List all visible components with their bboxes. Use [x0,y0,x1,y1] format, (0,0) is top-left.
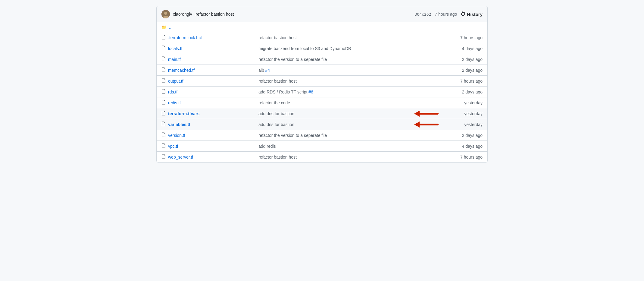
commit-message: alb #4 [252,68,446,73]
parent-dir-link[interactable]: .. [169,25,171,30]
svg-marker-4 [414,122,420,128]
history-button[interactable]: ⏱ History [461,11,483,17]
commit-message: add redis [252,144,446,149]
commit-meta-right: 304c262 7 hours ago ⏱ History [415,11,483,17]
table-row: redis.tfrefactor the codeyesterday [157,97,487,108]
file-icon [161,132,166,138]
file-icon [161,100,166,106]
parent-dir-icon: 📁 [161,25,167,30]
table-row: vpc.tfadd redis4 days ago [157,141,487,152]
commit-message: refactor bastion host [252,79,446,84]
file-time: 4 days ago [446,144,483,149]
svg-marker-3 [414,111,420,117]
file-time: 7 hours ago [446,79,483,84]
commit-hash: 304c262 [415,12,431,17]
commit-message: refactor bastion host [252,155,446,159]
table-row: .terraform.lock.hclrefactor bastion host… [157,32,487,43]
file-name[interactable]: version.tf [168,133,252,138]
commit-header: xiaoronglv refactor bastion host 304c262… [157,6,487,22]
history-label: History [467,12,483,17]
commit-link[interactable]: #4 [265,68,270,73]
avatar [161,10,170,18]
file-name[interactable]: rds.tf [168,90,252,94]
file-time: 2 days ago [446,68,483,73]
commit-info-left: xiaoronglv refactor bastion host [161,10,234,18]
arrow-annotation [414,108,441,119]
file-name[interactable]: memcached.tf [168,68,252,73]
file-time: 2 days ago [446,57,483,62]
file-name[interactable]: variables.tf [168,122,252,127]
table-row: version.tfrefactor the version to a sepe… [157,130,487,141]
commit-message: refactor the version to a seperate file [252,57,446,62]
file-time: yesterday [446,100,483,105]
file-icon [161,122,166,127]
file-icon [161,35,166,40]
parent-dir-row[interactable]: 📁 .. [157,22,487,32]
file-time: yesterday [446,111,483,116]
commit-author-message: xiaoronglv refactor bastion host [173,12,234,17]
table-row: main.tfrefactor the version to a seperat… [157,54,487,65]
table-row: output.tfrefactor bastion host7 hours ag… [157,76,487,87]
file-name[interactable]: output.tf [168,79,252,84]
file-icon [161,143,166,149]
table-row: variables.tfadd dns for bastionyesterday [157,119,487,130]
table-row: web_server.tfrefactor bastion host7 hour… [157,152,487,162]
commit-message: refactor bastion host [252,35,446,40]
file-browser: xiaoronglv refactor bastion host 304c262… [156,6,488,163]
file-name[interactable]: vpc.tf [168,144,252,149]
commit-time: 7 hours ago [435,12,457,17]
file-time: yesterday [446,122,483,127]
commit-author: xiaoronglv [173,12,192,17]
file-icon [161,89,166,95]
file-icon [161,111,166,116]
table-row: memcached.tfalb #42 days ago [157,65,487,76]
file-list: .terraform.lock.hclrefactor bastion host… [157,32,487,162]
file-icon [161,67,166,73]
file-name[interactable]: .terraform.lock.hcl [168,35,252,40]
file-time: 2 days ago [446,133,483,138]
commit-message: refactor the code [252,100,446,105]
history-icon: ⏱ [461,11,465,17]
file-time: 7 hours ago [446,35,483,40]
table-row: terraform.tfvarsadd dns for bastionyeste… [157,108,487,119]
file-name[interactable]: locals.tf [168,46,252,51]
file-name[interactable]: web_server.tf [168,155,252,159]
file-icon [161,154,166,160]
table-row: rds.tfadd RDS / Redis TF script #62 days… [157,87,487,97]
table-row: locals.tfmigrate backend from local to S… [157,43,487,54]
file-icon [161,56,166,62]
file-time: 2 days ago [446,90,483,94]
arrow-annotation [414,119,441,130]
commit-description: refactor bastion host [196,12,234,17]
file-name[interactable]: redis.tf [168,100,252,105]
file-icon [161,46,166,51]
commit-link[interactable]: #6 [308,90,313,94]
file-name[interactable]: main.tf [168,57,252,62]
file-time: 7 hours ago [446,155,483,159]
commit-message: migrate backend from local to S3 and Dyn… [252,46,446,51]
file-icon [161,78,166,84]
commit-message: add RDS / Redis TF script #6 [252,90,446,94]
file-time: 4 days ago [446,46,483,51]
svg-point-1 [164,12,167,15]
file-name[interactable]: terraform.tfvars [168,111,252,116]
commit-message: refactor the version to a seperate file [252,133,446,138]
